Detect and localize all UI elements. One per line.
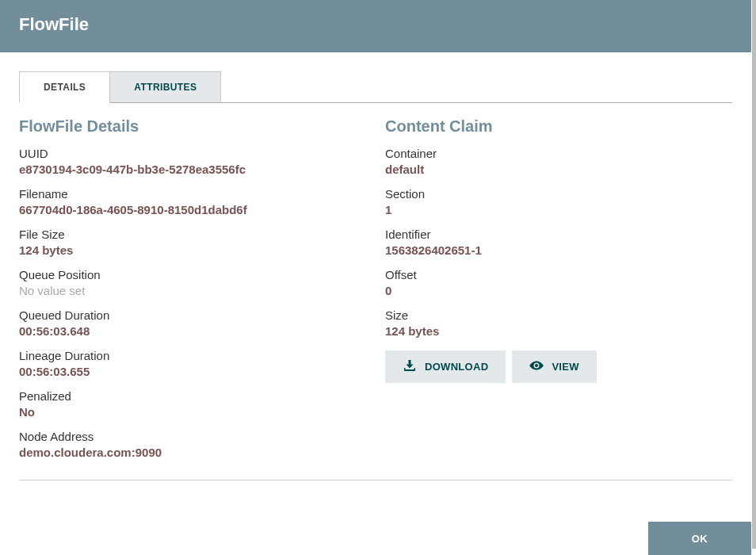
filename-value: 667704d0-186a-4605-8910-8150d1dabd6f [19, 203, 366, 216]
dialog-title: FlowFile [19, 14, 89, 34]
download-icon [403, 359, 417, 374]
queue-position-field: Queue Position No value set [19, 268, 366, 297]
size-field: Size 124 bytes [385, 308, 732, 338]
scrollbar-thumb[interactable] [752, 0, 756, 549]
lineage-duration-value: 00:56:03.655 [19, 365, 366, 378]
download-button[interactable]: DOWNLOAD [385, 350, 506, 383]
dialog-body: DETAILS ATTRIBUTES FlowFile Details UUID… [0, 52, 751, 500]
ok-label: OK [692, 533, 708, 545]
size-value: 124 bytes [385, 324, 732, 338]
eye-icon [529, 359, 544, 374]
section-value: 1 [385, 203, 732, 216]
node-address-field: Node Address demo.cloudera.com:9090 [19, 430, 366, 459]
lineage-duration-label: Lineage Duration [19, 349, 366, 362]
content-claim-column: Content Claim Container default Section … [385, 117, 732, 470]
dialog-footer: OK [648, 522, 751, 555]
view-button[interactable]: VIEW [512, 350, 596, 383]
ok-button[interactable]: OK [648, 522, 751, 555]
section-divider [19, 480, 732, 480]
size-label: Size [385, 308, 732, 322]
section-label: Section [385, 187, 732, 201]
uuid-value: e8730194-3c09-447b-bb3e-5278ea3556fc [19, 163, 366, 176]
tab-attributes[interactable]: ATTRIBUTES [110, 71, 221, 102]
penalized-value: No [19, 405, 366, 419]
scrollbar-track [751, 0, 756, 555]
queue-position-label: Queue Position [19, 268, 366, 281]
container-field: Container default [385, 147, 732, 176]
container-value: default [385, 163, 732, 176]
offset-label: Offset [385, 268, 732, 281]
container-label: Container [385, 147, 732, 160]
filesize-label: File Size [19, 228, 366, 241]
view-label: VIEW [552, 361, 578, 373]
details-content: FlowFile Details UUID e8730194-3c09-447b… [19, 117, 732, 470]
penalized-label: Penalized [19, 389, 366, 403]
tab-details-label: DETAILS [44, 82, 86, 93]
dialog-header: FlowFile [0, 0, 751, 52]
download-label: DOWNLOAD [425, 361, 488, 373]
filesize-field: File Size 124 bytes [19, 228, 366, 257]
queued-duration-value: 00:56:03.648 [19, 324, 366, 338]
identifier-value: 1563826402651-1 [385, 243, 732, 257]
offset-field: Offset 0 [385, 268, 732, 297]
section-field: Section 1 [385, 187, 732, 216]
node-address-label: Node Address [19, 430, 366, 443]
lineage-duration-field: Lineage Duration 00:56:03.655 [19, 349, 366, 378]
queued-duration-field: Queued Duration 00:56:03.648 [19, 308, 366, 338]
queue-position-value: No value set [19, 284, 366, 297]
uuid-label: UUID [19, 147, 366, 160]
filename-label: Filename [19, 187, 366, 201]
flowfile-details-title: FlowFile Details [19, 117, 366, 136]
queued-duration-label: Queued Duration [19, 308, 366, 322]
uuid-field: UUID e8730194-3c09-447b-bb3e-5278ea3556f… [19, 147, 366, 176]
tab-details[interactable]: DETAILS [19, 71, 110, 103]
content-claim-title: Content Claim [385, 117, 732, 136]
identifier-label: Identifier [385, 228, 732, 241]
node-address-value: demo.cloudera.com:9090 [19, 446, 366, 459]
filesize-value: 124 bytes [19, 243, 366, 257]
penalized-field: Penalized No [19, 389, 366, 419]
filename-field: Filename 667704d0-186a-4605-8910-8150d1d… [19, 187, 366, 216]
offset-value: 0 [385, 284, 732, 297]
flowfile-details-column: FlowFile Details UUID e8730194-3c09-447b… [19, 117, 366, 470]
tab-attributes-label: ATTRIBUTES [134, 82, 197, 93]
tab-bar: DETAILS ATTRIBUTES [19, 71, 732, 103]
flowfile-dialog: FlowFile DETAILS ATTRIBUTES FlowFile Det… [0, 0, 756, 555]
content-actions: DOWNLOAD VIEW [385, 350, 732, 383]
identifier-field: Identifier 1563826402651-1 [385, 228, 732, 257]
